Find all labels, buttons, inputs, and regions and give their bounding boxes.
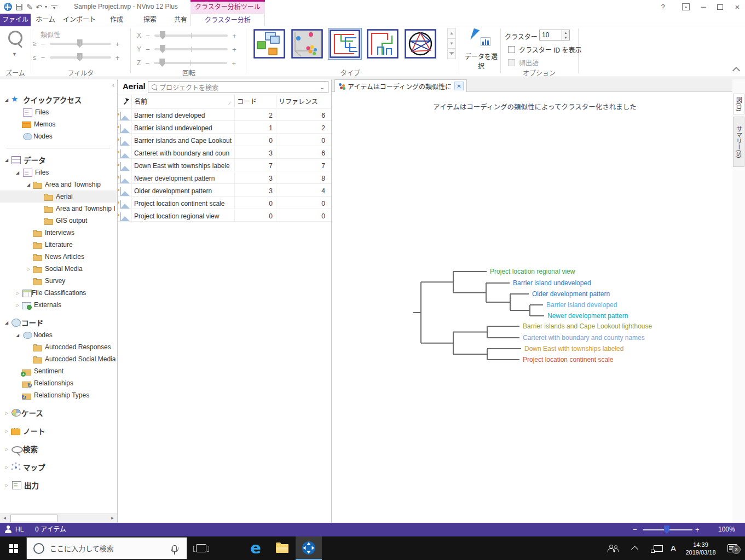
sidebar-item-gis-output[interactable]: GIS output [0,215,117,227]
zoom-out-icon[interactable]: − [633,523,637,536]
sidebar-item-search[interactable]: ▷検索 [0,442,117,455]
tab-file[interactable]: ファイル [0,14,31,26]
sidebar-item-cases[interactable]: ▷ケース [0,406,117,419]
undo-dropdown-icon[interactable]: ▾ [43,2,49,11]
sidebar-item-literature[interactable]: Literature [0,239,117,251]
sidebar-item-file-classifications[interactable]: ▷File Classifications [0,287,117,299]
task-view-button[interactable] [188,536,213,560]
tab-import[interactable]: インポート [60,14,99,26]
table-row[interactable]: Barrier islands and Cape Lookout00 [118,134,331,146]
table-row[interactable]: Down East with townships labele77 [118,159,331,171]
chart-type-circle-graph[interactable] [403,28,437,60]
table-row[interactable]: Project location regional view00 [118,209,331,222]
table-row[interactable]: Newer development pattern38 [118,171,331,184]
checkbox-icon[interactable] [508,46,515,53]
select-data-button[interactable]: データを選択 [463,28,500,71]
expander-collapsed-icon[interactable]: ▷ [2,429,11,434]
zoom-in-icon[interactable]: + [695,523,700,536]
dendrogram-label[interactable]: Carteret with boundary and county names [523,334,645,342]
table-row[interactable]: Barrier island undeveloped12 [118,121,331,134]
ime-mode-button[interactable]: A [666,536,681,560]
expander-expanded-icon[interactable]: ◢ [2,320,11,325]
sidebar-item-quick-access[interactable]: ◢クイックアクセス [0,93,117,106]
sidebar-item-data[interactable]: ◢データ [0,153,117,166]
taskbar-search-box[interactable]: ここに入力して検索 [26,537,187,559]
show-hidden-icons-button[interactable] [625,536,644,560]
similarity-min-slider[interactable] [50,43,111,45]
chart-type-2d-cluster-map[interactable] [252,28,286,60]
microphone-icon[interactable] [172,545,177,552]
sidebar-item-externals[interactable]: ▷Externals [0,299,117,311]
dendrogram-label[interactable]: Down East with townships labeled [524,345,623,353]
increase-icon[interactable]: + [115,54,120,62]
edit-button[interactable]: ✎ [25,2,34,11]
sidebar-item-survey[interactable]: Survey [0,275,117,287]
sidebar-item-relationships[interactable]: Relationships [0,377,117,389]
sidebar-item-interviews[interactable]: Interviews [0,227,117,239]
decrease-icon[interactable]: − [41,54,46,62]
expander-collapsed-icon[interactable]: ▷ [2,447,11,452]
gallery-scroll-up-icon[interactable]: ▲ [447,28,456,38]
sidebar-item-codes[interactable]: ◢コード [0,316,117,329]
expander-collapsed-icon[interactable]: ▷ [2,483,11,488]
save-button[interactable] [15,2,24,11]
gallery-expand-icon[interactable]: ▼ [447,49,456,59]
sidebar-item-nodes[interactable]: ◢Nodes [0,329,117,341]
dendrogram-label[interactable]: Newer development pattern [547,312,628,320]
sidebar-item-qa-nodes[interactable]: Nodes [0,130,117,142]
expander-collapsed-icon[interactable]: ▷ [2,411,11,415]
expander-expanded-icon[interactable]: ◢ [2,97,11,102]
dendrogram-label[interactable]: Barrier island developed [546,301,617,309]
dendrogram-label[interactable]: Project location regional view [490,268,575,275]
tab-diagram[interactable]: 図(D) [733,94,744,114]
scrollbar-thumb[interactable] [10,515,57,522]
zoom-icon[interactable] [8,31,22,45]
expander-collapsed-icon[interactable]: ▷ [24,267,33,272]
increase-icon[interactable]: + [232,45,237,54]
sidebar-item-output[interactable]: ▷出力 [0,478,117,492]
sidebar-horizontal-scrollbar[interactable]: ◄ ► [0,513,117,523]
scroll-right-icon[interactable]: ► [108,514,117,523]
expander-expanded-icon[interactable]: ◢ [13,333,22,338]
decrease-icon[interactable]: − [145,59,150,67]
tab-create[interactable]: 作成 [99,14,135,26]
show-cluster-id-checkbox[interactable]: クラスター ID を表示 [508,45,581,54]
cluster-count-value[interactable]: 10 [539,30,562,41]
chart-type-dendrogram-vertical[interactable] [366,28,400,60]
help-button[interactable]: ? [655,0,671,14]
clock-button[interactable]: 14:39 2019/03/18 [682,536,719,560]
edge-button[interactable]: e [243,536,268,560]
dendrogram-label[interactable]: Barrier islands and Cape Lookout lightho… [523,322,652,330]
spin-down-icon[interactable]: ▼ [562,35,569,40]
rotate-x-slider[interactable] [154,34,228,37]
increase-icon[interactable]: + [231,59,236,67]
table-row[interactable]: Project location continent scale00 [118,197,331,209]
expander-collapsed-icon[interactable]: ▷ [13,303,22,308]
decrease-icon[interactable]: − [145,32,151,40]
sidebar-item-qa-files[interactable]: Files [0,106,117,118]
table-row[interactable]: Carteret with boundary and coun36 [118,146,331,159]
scroll-left-icon[interactable]: ◄ [0,514,9,523]
chart-type-3d-cluster-map[interactable] [290,28,324,60]
nvivo-taskbar-button[interactable] [296,536,322,560]
spin-up-icon[interactable]: ▲ [562,30,569,35]
increase-icon[interactable]: + [115,40,120,48]
customize-toolbar-icon[interactable]: ▾ [51,5,57,10]
rotate-y-slider[interactable] [154,48,228,50]
dendrogram-label[interactable]: Barrier island undeveloped [513,279,591,287]
gallery-scroll-down-icon[interactable]: ▼ [447,38,456,49]
dendrogram-label[interactable]: Project location continent scale [523,356,614,363]
pin-column-header[interactable] [118,95,132,108]
restore-button[interactable] [712,0,728,14]
table-row[interactable]: Barrier island developed26 [118,108,331,121]
sidebar-item-notes[interactable]: ▷ノート [0,424,117,437]
column-header-code[interactable]: コード [235,95,276,108]
sidebar-item-autocoded-social-media[interactable]: Autocoded Social Media [0,353,117,365]
sidebar-item-relationship-types[interactable]: Relationship Types [0,389,117,401]
similarity-max-slider[interactable] [50,56,111,59]
expander-expanded-icon[interactable]: ◢ [13,170,22,175]
dendrogram-label[interactable]: Older development pattern [532,290,610,298]
sidebar-item-social-media[interactable]: ▷Social Media [0,263,117,275]
status-zoom-slider[interactable] [643,529,692,530]
sidebar-item-news-articles[interactable]: News Articles [0,251,117,263]
